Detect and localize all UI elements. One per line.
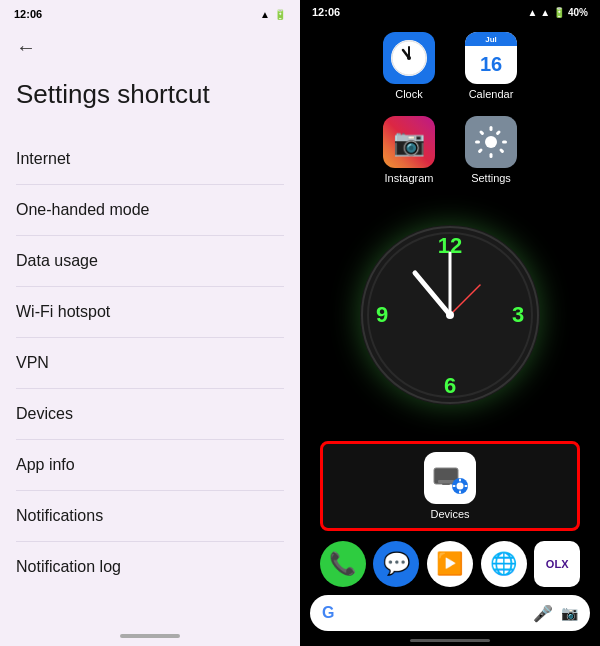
- play-store-dock-icon[interactable]: ▶️: [427, 541, 473, 587]
- status-bar-right: 12:06 ▲ ▲ 🔋 40%: [300, 0, 600, 24]
- google-g-icon: G: [322, 604, 334, 622]
- svg-rect-31: [465, 485, 468, 487]
- settings-gear-svg: [474, 125, 508, 159]
- status-bar-left: 12:06 ▲ 🔋: [0, 0, 300, 28]
- svg-point-22: [446, 311, 454, 319]
- status-icons-left: ▲ 🔋: [260, 9, 286, 20]
- instagram-app[interactable]: 📷 Instagram: [383, 116, 435, 184]
- battery-right-icon: 🔋 40%: [553, 7, 588, 18]
- clock-label: Clock: [395, 88, 423, 100]
- app-row-1: Clock Jul 16 Calendar: [300, 24, 600, 104]
- calendar-date: 16: [480, 46, 502, 82]
- clock-icon: [383, 32, 435, 84]
- svg-rect-24: [438, 480, 454, 483]
- home-indicator: [410, 639, 490, 642]
- app-row-2: 📷 Instagram: [300, 108, 600, 188]
- menu-item-notifications[interactable]: Notifications: [16, 491, 284, 542]
- devices-shortcut-app[interactable]: Devices: [424, 452, 476, 520]
- devices-highlight-box[interactable]: Devices: [320, 441, 580, 531]
- chrome-icon: 🌐: [490, 551, 517, 577]
- messages-dock-icon[interactable]: 💬: [373, 541, 419, 587]
- menu-item-wifi-hotspot[interactable]: Wi-Fi hotspot: [16, 287, 284, 338]
- svg-point-4: [485, 136, 497, 148]
- olx-dock-icon[interactable]: OLX: [534, 541, 580, 587]
- svg-rect-9: [479, 130, 485, 136]
- svg-rect-29: [459, 491, 461, 494]
- play-store-icon: ▶️: [436, 551, 463, 577]
- calendar-icon: Jul 16: [465, 32, 517, 84]
- svg-text:6: 6: [444, 373, 456, 398]
- page-title: Settings shortcut: [0, 59, 300, 134]
- svg-point-27: [457, 483, 464, 490]
- menu-item-app-info[interactable]: App info: [16, 440, 284, 491]
- menu-item-data-usage[interactable]: Data usage: [16, 236, 284, 287]
- svg-rect-30: [453, 485, 456, 487]
- left-panel: 12:06 ▲ 🔋 ← Settings shortcut Internet O…: [0, 0, 300, 646]
- scroll-indicator: [120, 634, 180, 638]
- google-search-bar[interactable]: G 🎤 📷: [310, 595, 590, 631]
- svg-rect-5: [490, 126, 493, 131]
- back-button[interactable]: ←: [0, 28, 300, 59]
- instagram-icon: 📷: [383, 116, 435, 168]
- back-arrow-icon[interactable]: ←: [16, 36, 36, 58]
- signal-right-icon: ▲: [540, 7, 550, 18]
- svg-text:9: 9: [376, 302, 388, 327]
- analog-clock-face: 12 3 6 9: [360, 225, 540, 405]
- phone-icon: 📞: [329, 551, 356, 577]
- status-icons-right: ▲ ▲ 🔋 40%: [527, 7, 588, 18]
- analog-clock-wallpaper: 12 3 6 9: [300, 188, 600, 441]
- svg-rect-11: [495, 130, 501, 136]
- svg-rect-25: [442, 483, 450, 485]
- camera-search-icon[interactable]: 📷: [561, 605, 578, 621]
- instagram-label: Instagram: [385, 172, 434, 184]
- devices-shortcut-label: Devices: [430, 508, 469, 520]
- phone-dock-icon[interactable]: 📞: [320, 541, 366, 587]
- signal-icon: ▲: [260, 9, 270, 20]
- clock-svg: [391, 40, 427, 76]
- calendar-month: Jul: [485, 35, 497, 44]
- chrome-dock-icon[interactable]: 🌐: [481, 541, 527, 587]
- devices-shortcut-icon: [424, 452, 476, 504]
- menu-item-vpn[interactable]: VPN: [16, 338, 284, 389]
- svg-rect-12: [477, 148, 483, 154]
- messages-icon: 💬: [383, 551, 410, 577]
- svg-point-3: [407, 56, 411, 60]
- svg-rect-8: [502, 141, 507, 144]
- menu-item-notification-log[interactable]: Notification log: [16, 542, 284, 592]
- settings-label: Settings: [471, 172, 511, 184]
- settings-menu: Internet One-handed mode Data usage Wi-F…: [0, 134, 300, 592]
- calendar-top-bar: Jul: [465, 32, 517, 46]
- dock-row: 📞 💬 ▶️ 🌐 OLX: [300, 537, 600, 591]
- devices-svg: [432, 460, 468, 496]
- time-left: 12:06: [14, 8, 42, 20]
- right-panel: 12:06 ▲ ▲ 🔋 40%: [300, 0, 600, 646]
- settings-icon: [465, 116, 517, 168]
- clock-app[interactable]: Clock: [383, 32, 435, 100]
- svg-rect-10: [499, 148, 505, 154]
- svg-rect-28: [459, 479, 461, 482]
- menu-item-internet[interactable]: Internet: [16, 134, 284, 185]
- analog-clock-svg: 12 3 6 9: [360, 225, 540, 405]
- menu-item-devices[interactable]: Devices: [16, 389, 284, 440]
- clock-face: [391, 40, 427, 76]
- microphone-icon[interactable]: 🎤: [533, 604, 553, 623]
- svg-rect-7: [475, 141, 480, 144]
- svg-text:3: 3: [512, 302, 524, 327]
- menu-item-one-handed[interactable]: One-handed mode: [16, 185, 284, 236]
- instagram-glyph: 📷: [393, 127, 425, 158]
- calendar-label: Calendar: [469, 88, 514, 100]
- wifi-icon: ▲: [527, 7, 537, 18]
- olx-icon: OLX: [546, 558, 569, 570]
- settings-app[interactable]: Settings: [465, 116, 517, 184]
- battery-icon: 🔋: [274, 9, 286, 20]
- calendar-app[interactable]: Jul 16 Calendar: [465, 32, 517, 100]
- time-right: 12:06: [312, 6, 340, 18]
- svg-rect-6: [490, 153, 493, 158]
